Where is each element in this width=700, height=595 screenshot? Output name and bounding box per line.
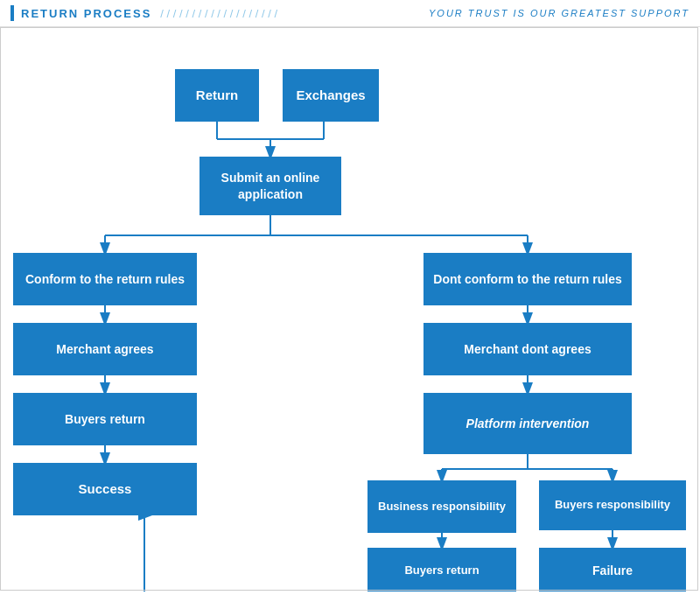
buyers-return-left-box: Buyers return <box>13 393 197 445</box>
header-title: RETURN PROCESS <box>21 7 151 20</box>
buyers-resp-box: Buyers responsibility <box>539 480 686 530</box>
header-tagline: YOUR TRUST IS OUR GREATEST SUPPORT <box>429 8 690 18</box>
buyers-return-right-box: Buyers return <box>368 548 516 592</box>
header: RETURN PROCESS / / / / / / / / / / / / /… <box>0 0 700 27</box>
return-box: Return <box>175 69 259 122</box>
exchanges-box: Exchanges <box>283 69 379 122</box>
merchant-dont-box: Merchant dont agrees <box>424 323 632 375</box>
failure-box: Failure <box>539 548 686 592</box>
submit-box: Submit an online application <box>200 157 341 215</box>
header-accent-bar <box>10 5 14 21</box>
diagram: Return Exchanges Submit an online applic… <box>0 27 700 592</box>
header-slash: / / / / / / / / / / / / / / / / / / / <box>160 7 277 20</box>
platform-box: Platform intervention <box>424 393 632 454</box>
success-box: Success <box>13 463 197 515</box>
business-box: Business responsibility <box>368 480 516 533</box>
dont-conform-box: Dont conform to the return rules <box>424 253 632 305</box>
conform-box: Conform to the return rules <box>13 253 197 305</box>
merchant-agrees-box: Merchant agrees <box>13 323 197 375</box>
